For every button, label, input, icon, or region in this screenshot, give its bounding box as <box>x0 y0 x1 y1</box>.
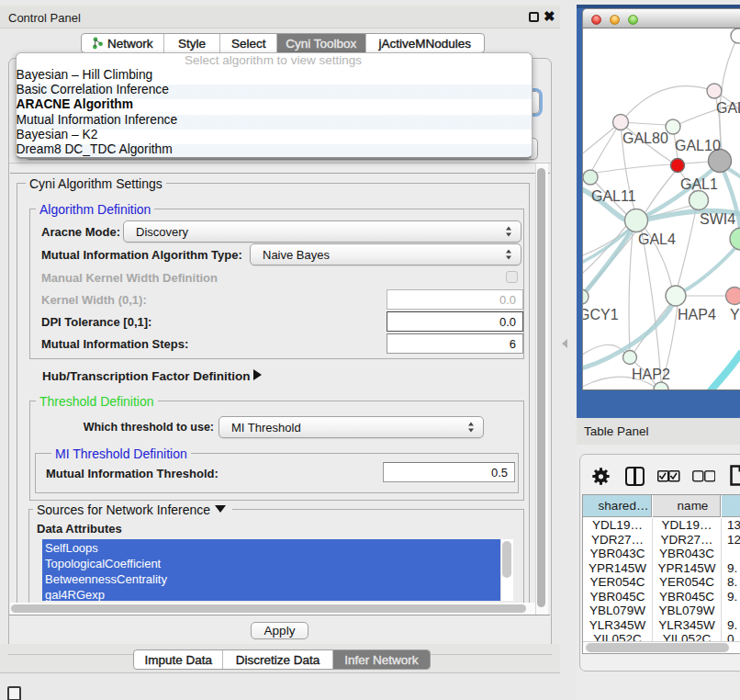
svg-text:GAL7: GAL7 <box>716 100 740 116</box>
svg-text:YEL0: YEL0 <box>730 307 740 322</box>
svg-text:GAL11: GAL11 <box>591 188 636 204</box>
svg-text:GAL1: GAL1 <box>680 176 718 192</box>
svg-text:GCY1: GCY1 <box>583 307 619 322</box>
svg-text:HAP4: HAP4 <box>678 307 716 322</box>
svg-text:GAL4: GAL4 <box>638 231 676 247</box>
svg-text:SWI4: SWI4 <box>700 211 735 227</box>
svg-text:GAL10: GAL10 <box>675 138 721 153</box>
svg-text:GAL80: GAL80 <box>622 130 668 146</box>
svg-text:HAP2: HAP2 <box>632 367 670 382</box>
